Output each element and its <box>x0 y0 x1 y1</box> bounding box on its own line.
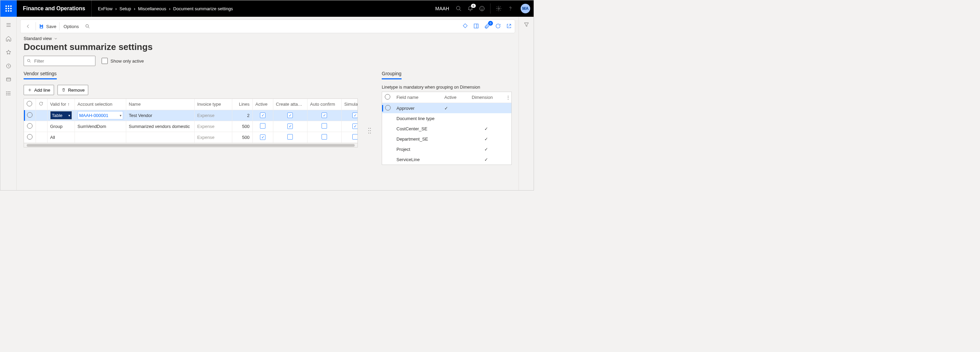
gcol-dimension[interactable]: Dimension <box>469 95 503 100</box>
gcol-field[interactable]: Field name <box>394 95 442 100</box>
svg-line-35 <box>30 62 31 63</box>
table-row[interactable]: AllExpense500 <box>24 132 358 143</box>
crumb-0[interactable]: ExFlow <box>98 6 113 11</box>
crumb-3[interactable]: Document summarize settings <box>173 6 233 11</box>
app-title: Finance and Operations <box>17 0 92 17</box>
filter-funnel-icon[interactable] <box>523 22 530 29</box>
checkbox[interactable] <box>352 134 358 140</box>
checkbox[interactable] <box>260 134 266 140</box>
row-radio[interactable] <box>27 112 32 118</box>
grouping-row[interactable]: Approver <box>382 103 511 113</box>
show-only-active-checkbox[interactable]: Show only active <box>102 58 144 64</box>
checkbox[interactable] <box>321 113 327 118</box>
row-radio[interactable] <box>385 105 391 110</box>
checkbox[interactable] <box>321 134 327 140</box>
col-name[interactable]: Name <box>126 99 194 110</box>
checkbox[interactable] <box>287 124 293 129</box>
chevron-right-icon: › <box>133 6 136 11</box>
diamond-icon[interactable] <box>462 23 468 30</box>
gcol-select[interactable] <box>382 94 394 100</box>
row-radio[interactable] <box>27 123 32 129</box>
col-auto-confirm[interactable]: Auto confirm <box>307 99 341 110</box>
col-select[interactable] <box>24 99 36 110</box>
hamburger-icon[interactable] <box>5 22 12 29</box>
bell-badge: 6 <box>471 4 476 8</box>
back-button[interactable] <box>23 22 33 31</box>
checkbox[interactable] <box>260 123 266 129</box>
search-icon[interactable] <box>455 5 462 12</box>
horizontal-scrollbar[interactable] <box>24 143 358 147</box>
tab-vendor-settings[interactable]: Vendor settings <box>24 71 57 80</box>
clock-icon[interactable] <box>5 63 12 69</box>
col-lines[interactable]: Lines <box>232 99 253 110</box>
gcol-more-icon[interactable]: ⋮ <box>503 95 511 100</box>
col-valid-for[interactable]: Valid for↑ <box>47 99 75 110</box>
svg-rect-2 <box>10 5 12 7</box>
filter-input[interactable] <box>33 58 92 64</box>
refresh-icon[interactable] <box>495 23 501 30</box>
checkbox[interactable] <box>352 113 358 118</box>
panel-icon[interactable] <box>473 23 479 30</box>
app-launcher[interactable] <box>0 0 17 17</box>
col-account[interactable]: Account selection <box>75 99 126 110</box>
row-radio[interactable] <box>27 134 32 140</box>
svg-point-12 <box>481 8 482 8</box>
checkbox[interactable] <box>260 113 266 118</box>
bell-icon[interactable]: 6 <box>467 5 474 12</box>
valid-for-dropdown[interactable]: Table▾ <box>50 111 72 119</box>
grouping-row[interactable]: Department_SE <box>382 134 511 144</box>
checkbox[interactable] <box>287 134 293 140</box>
checkbox[interactable] <box>287 113 293 118</box>
col-refresh[interactable] <box>36 99 47 110</box>
col-invoice-type[interactable]: Invoice type <box>194 99 232 110</box>
add-line-button[interactable]: Add line <box>24 85 54 95</box>
show-only-active-label: Show only active <box>110 59 144 64</box>
gcol-active[interactable]: Active <box>442 95 469 100</box>
cell-field: Approver <box>394 106 442 111</box>
grouping-row[interactable]: Document line type <box>382 113 511 124</box>
svg-rect-3 <box>5 8 7 9</box>
crumb-2[interactable]: Miscellaneous <box>138 6 166 11</box>
save-button[interactable]: Save <box>39 24 56 29</box>
checkbox[interactable] <box>321 123 327 129</box>
attach-icon[interactable]: 0 <box>484 23 490 30</box>
remove-button[interactable]: Remove <box>57 85 88 95</box>
workspace-icon[interactable] <box>5 76 12 83</box>
breadcrumb: ExFlow › Setup › Miscellaneous › Documen… <box>92 6 233 11</box>
help-icon[interactable] <box>507 5 514 12</box>
popout-icon[interactable] <box>506 23 512 30</box>
filter-input-wrap[interactable] <box>24 56 95 66</box>
options-button[interactable]: Options <box>62 24 80 29</box>
smile-icon[interactable] <box>479 5 485 12</box>
col-simulate[interactable]: Simulate <box>341 99 358 110</box>
topbar: Finance and Operations ExFlow › Setup › … <box>0 0 534 17</box>
vendor-settings-grid: Valid for↑ Account selection Name Invoic… <box>24 99 358 147</box>
svg-point-27 <box>6 95 7 96</box>
list-icon[interactable] <box>5 90 12 97</box>
cell-field: ServiceLine <box>394 157 442 162</box>
grouping-row[interactable]: ServiceLine <box>382 154 511 164</box>
table-row[interactable]: Table▾MAAH-000001▾Test VendorExpense2 <box>24 110 358 121</box>
svg-point-34 <box>27 59 30 62</box>
col-active[interactable]: Active <box>253 99 273 110</box>
gear-icon[interactable] <box>495 5 502 12</box>
splitter-handle[interactable] <box>368 71 371 190</box>
svg-point-30 <box>86 25 89 27</box>
cell-lines: 2 <box>232 110 253 121</box>
home-icon[interactable] <box>5 35 12 42</box>
grouping-row[interactable]: CostCenter_SE <box>382 124 511 134</box>
tab-grouping[interactable]: Grouping <box>382 71 402 80</box>
remove-label: Remove <box>68 88 84 93</box>
account-dropdown[interactable]: MAAH-000001▾ <box>78 111 123 119</box>
checkbox[interactable] <box>352 124 358 129</box>
col-create-attach[interactable]: Create attach... <box>273 99 307 110</box>
table-row[interactable]: GroupSumVendDomSummarized vendors domest… <box>24 121 358 132</box>
star-icon[interactable] <box>5 49 12 56</box>
cell-name: Summarized vendors domestic <box>126 121 194 132</box>
avatar[interactable]: MA <box>520 4 530 13</box>
crumb-1[interactable]: Setup <box>119 6 131 11</box>
search-small-icon[interactable] <box>83 22 92 31</box>
view-selector[interactable]: Standard view <box>24 36 512 41</box>
grouping-row[interactable]: Project <box>382 144 511 154</box>
grouping-header: Field name Active Dimension ⋮ <box>382 92 511 103</box>
